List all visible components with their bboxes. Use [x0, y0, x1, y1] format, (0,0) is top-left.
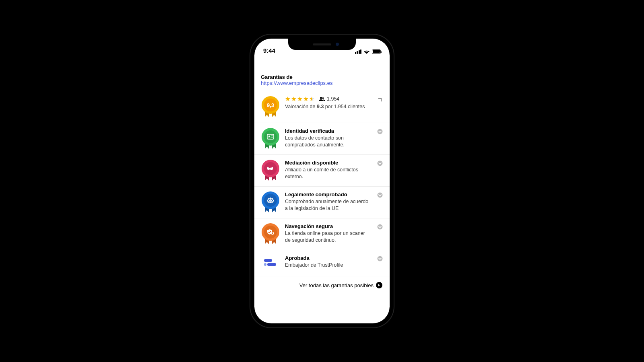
chevron-down-icon[interactable] — [377, 223, 383, 230]
row-identity[interactable]: Identidad verificada Los datos de contac… — [254, 123, 390, 155]
chevron-down-icon[interactable] — [377, 128, 383, 134]
rating-badge-icon: 9,3 — [261, 96, 280, 118]
row-approved[interactable]: Aprobada Embajador de TrustProfile — [254, 250, 390, 276]
phone-frame: 9:44 Garantías de https://www.empresadec… — [250, 35, 394, 327]
row-secure-browsing[interactable]: Navegación segura La tienda online pasa … — [254, 218, 390, 250]
chevron-down-icon[interactable] — [377, 255, 383, 261]
status-time: 9:44 — [263, 47, 275, 54]
mediation-title: Mediación disponible — [285, 160, 372, 166]
secure-badge-icon — [261, 223, 280, 245]
header-label: Garantías de — [261, 74, 383, 80]
svg-rect-2 — [271, 136, 273, 136]
identity-title: Identidad verificada — [285, 128, 372, 134]
screen: 9:44 Garantías de https://www.empresadec… — [254, 39, 390, 323]
row-mediation[interactable]: Mediación disponible Afiliado a un comit… — [254, 155, 390, 187]
footer-label: Ver todas las garantías posibles — [299, 282, 374, 288]
svg-point-1 — [268, 136, 270, 137]
svg-rect-4 — [268, 138, 270, 139]
rating-score: 9,3 — [264, 99, 277, 111]
svg-rect-11 — [264, 259, 272, 262]
wifi-icon — [363, 49, 370, 54]
approved-title: Aprobada — [285, 255, 372, 261]
mediation-desc: Afiliado a un comité de conflictos exter… — [285, 167, 372, 180]
legal-badge-icon — [261, 191, 280, 213]
svg-point-5 — [378, 129, 383, 134]
mediation-badge-icon — [261, 160, 280, 181]
stars-icon — [285, 96, 315, 102]
svg-point-14 — [378, 256, 383, 261]
svg-point-10 — [378, 224, 383, 230]
people-icon — [319, 97, 325, 101]
rating-desc: Valoración de 9.3 por 1.954 clientes — [285, 103, 372, 110]
header-block: Garantías de https://www.empresadeclips.… — [254, 74, 390, 91]
see-all-guarantees-link[interactable]: Ver todas las garantías posibles — [254, 276, 390, 294]
svg-rect-12 — [267, 263, 276, 266]
legal-desc: Comprobado anualmente de acuerdo a la le… — [285, 198, 372, 212]
rating-count: 1.954 — [327, 96, 339, 102]
chevron-down-icon[interactable] — [377, 160, 383, 166]
site-url-link[interactable]: https://www.empresadeclips.es — [261, 80, 383, 86]
identity-badge-icon — [261, 128, 280, 150]
svg-rect-13 — [264, 263, 266, 266]
content-area: Garantías de https://www.empresadeclips.… — [254, 55, 390, 323]
svg-rect-9 — [272, 233, 273, 234]
expand-icon[interactable] — [377, 96, 383, 103]
battery-icon — [372, 49, 381, 54]
svg-point-7 — [378, 193, 383, 198]
svg-point-6 — [378, 161, 383, 166]
arrow-right-circle-icon — [376, 282, 382, 288]
svg-rect-3 — [271, 137, 273, 138]
row-rating[interactable]: 9,3 — [254, 91, 390, 123]
status-indicators — [355, 49, 381, 54]
legal-title: Legalmente comprobado — [285, 191, 372, 197]
phone-bezel: 9:44 Garantías de https://www.empresadec… — [253, 37, 391, 325]
row-legal[interactable]: Legalmente comprobado Comprobado anualme… — [254, 187, 390, 218]
trustprofile-logo-icon — [261, 255, 280, 271]
secure-title: Navegación segura — [285, 223, 372, 229]
cellular-signal-icon — [355, 49, 362, 54]
notch — [288, 39, 356, 50]
secure-desc: La tienda online pasa por un scaner de s… — [285, 230, 372, 244]
chevron-down-icon[interactable] — [377, 191, 383, 198]
identity-desc: Los datos de contacto son comprabados an… — [285, 135, 372, 148]
approved-desc: Embajador de TrustProfile — [285, 262, 372, 269]
